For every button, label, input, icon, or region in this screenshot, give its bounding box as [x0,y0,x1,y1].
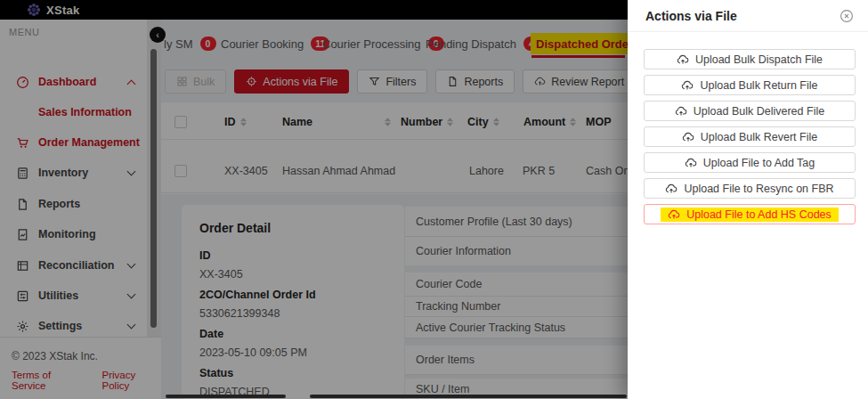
drawer-mask[interactable] [0,0,628,399]
cloud-upload-icon [665,183,677,195]
cloud-upload-icon [685,157,697,169]
button-label: Upload File to Resync on FBR [684,183,833,195]
cloud-upload-icon [677,53,689,66]
upload-bulk-revert-file-button[interactable]: Upload Bulk Revert File [644,126,856,147]
cloud-upload-icon [681,79,694,92]
upload-bulk-return-file-button[interactable]: Upload Bulk Return File [644,75,856,95]
upload-bulk-dispatch-file-button[interactable]: Upload Bulk Dispatch File [644,49,856,69]
cloud-upload-icon [668,208,680,221]
button-label: Upload File to Add Tag [703,157,815,169]
upload-file-to-add-tag-button[interactable]: Upload File to Add Tag [644,152,856,173]
upload-file-to-resync-on-fbr-button[interactable]: Upload File to Resync on FBR [644,178,856,199]
button-label: Upload Bulk Return File [700,79,817,92]
drawer-title: Actions via File [645,9,737,23]
app-screen: XStak MENU Dashboard Sales Information O… [0,0,868,399]
upload-file-to-add-hs-codes-button[interactable]: Upload File to Add HS Codes [644,204,856,224]
close-icon[interactable] [840,9,854,23]
button-label: Upload Bulk Delivered File [694,105,824,118]
cloud-upload-icon [675,105,687,118]
button-label: Upload File to Add HS Codes [686,208,831,221]
button-label: Upload Bulk Revert File [701,131,817,143]
button-label: Upload Bulk Dispatch File [695,53,823,66]
drawer-header: Actions via File [628,0,868,32]
cloud-upload-icon [682,131,694,143]
upload-bulk-delivered-file-button[interactable]: Upload Bulk Delivered File [644,101,856,121]
